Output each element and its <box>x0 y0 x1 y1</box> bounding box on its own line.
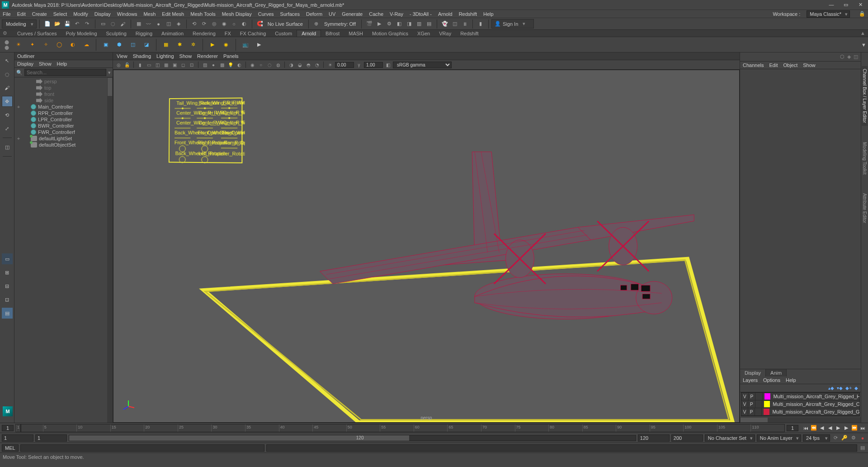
vp-xrayjoint-icon[interactable]: ◌ <box>266 61 273 68</box>
menu-3dtoall[interactable]: - 3DtoAll - <box>410 11 432 17</box>
timeline-ruler[interactable]: 1510152025303540455055606570758085909510… <box>15 424 785 432</box>
lightlink-icon[interactable]: ◨ <box>405 20 413 28</box>
layer-color-swatch[interactable] <box>764 393 771 400</box>
outliner-item[interactable]: LPR_Controller <box>14 116 113 123</box>
toggle-panel-icon[interactable]: ▮ <box>476 20 485 28</box>
lasso-tool-button[interactable]: ◌ <box>2 69 13 80</box>
outliner-item[interactable]: RPR_Controller <box>14 110 113 116</box>
layer-up-icon[interactable]: ▴◆ <box>828 386 834 391</box>
signin-button[interactable]: 👤 Sign In <box>491 19 534 29</box>
vp-lock-cam-icon[interactable]: 🔓 <box>123 61 131 68</box>
play-button[interactable]: ▶ <box>835 424 842 432</box>
shelf-tab-rigging[interactable]: Rigging <box>131 30 157 37</box>
vp-textured-icon[interactable]: ▩ <box>218 61 226 68</box>
vp-wire-icon[interactable]: ▨ <box>201 61 208 68</box>
layer-color-swatch[interactable] <box>764 409 769 415</box>
layer-addsel-icon[interactable]: ◆+ <box>845 386 852 391</box>
menu-edit[interactable]: Edit <box>17 11 26 17</box>
select-mode-icon[interactable]: ▭ <box>99 20 107 28</box>
cb-icon3[interactable]: ◫ <box>854 54 858 60</box>
ipr-icon[interactable]: ▶ <box>375 20 383 28</box>
vp-gamma-field[interactable] <box>364 62 383 68</box>
magnet-icon[interactable]: 🧲 <box>256 20 264 28</box>
arnold-export-icon[interactable]: 📺 <box>240 39 251 51</box>
layer-empty-cell[interactable] <box>755 408 762 415</box>
open-scene-icon[interactable]: 📂 <box>53 20 61 28</box>
outliner-search-input[interactable] <box>24 69 106 76</box>
cb-edit[interactable]: Edit <box>769 62 778 68</box>
vp-dof-icon[interactable]: ◔ <box>313 61 321 68</box>
construction2-icon[interactable]: ◉ <box>220 20 228 28</box>
snap-point-icon[interactable]: ● <box>155 20 163 28</box>
vp-gamma-icon[interactable]: γ <box>355 61 363 68</box>
outliner-menu-display[interactable]: Display <box>17 61 33 67</box>
menu-meshdisplay[interactable]: Mesh Display <box>222 11 252 17</box>
framefwd-button[interactable]: ▶ <box>843 424 850 432</box>
rewind-button[interactable]: ⏮ <box>802 424 809 432</box>
arnold-photometric-icon[interactable]: ✧ <box>40 39 52 51</box>
vtab-channelbox[interactable]: Channel Box / Layer Editor <box>862 66 868 126</box>
viewport-3d[interactable]: Tail_Wing_RotationBack_Wing_R_RotationBa… <box>113 70 740 423</box>
vp-menu-view[interactable]: View <box>117 53 127 59</box>
menu-create[interactable]: Create <box>32 11 47 17</box>
outliner-item[interactable]: front <box>14 91 113 97</box>
cb-object[interactable]: Object <box>783 62 797 68</box>
layout-two-button[interactable]: ⊟ <box>2 281 13 291</box>
arnold-ass-icon[interactable]: ▶ <box>253 39 265 51</box>
shelf-tab-xgen[interactable]: XGen <box>413 30 434 37</box>
layer-hscroll[interactable] <box>740 417 861 423</box>
fps-dropdown[interactable]: 24 fps <box>803 434 830 442</box>
vp-menu-show[interactable]: Show <box>179 53 192 59</box>
paint-select-icon[interactable]: 🖌 <box>119 20 127 28</box>
layer-playback-toggle[interactable]: P <box>748 400 755 408</box>
arnold-curvecollector-icon[interactable]: ⬢ <box>113 39 125 51</box>
snap-plane-icon[interactable]: ◫ <box>165 20 173 28</box>
command-input[interactable] <box>20 444 264 452</box>
hypershade-icon[interactable]: ◧ <box>395 20 403 28</box>
arnold-standin-icon[interactable]: ▣ <box>100 39 112 51</box>
vp-smooth-icon[interactable]: ● <box>210 61 217 68</box>
layout-outliner-button[interactable]: ▤ <box>2 308 13 319</box>
character-set-dropdown[interactable]: No Character Set <box>705 434 755 442</box>
snap-grid-icon[interactable]: ▦ <box>135 20 143 28</box>
shelf-tab-redshift[interactable]: Redshift <box>456 30 483 37</box>
vp-safe-icon[interactable]: ⊡ <box>188 61 195 68</box>
layer-tab-display[interactable]: Display <box>740 369 766 376</box>
outliner-item[interactable]: defaultObjectSet <box>14 142 113 148</box>
vp-bookmark-icon[interactable]: ▮ <box>137 61 144 68</box>
expand-icon[interactable]: + <box>16 136 21 141</box>
expand-icon[interactable]: + <box>16 104 21 110</box>
range-playback-end-field[interactable] <box>638 434 670 442</box>
layer-vis-toggle[interactable]: V <box>741 393 749 400</box>
save-scene-icon[interactable]: 💾 <box>63 20 71 28</box>
cb-show[interactable]: Show <box>803 62 816 68</box>
outliner-item[interactable]: BWR_Controller <box>14 123 113 129</box>
shelf-tab-curves[interactable]: Curves / Surfaces <box>13 30 61 37</box>
search-dropdown-icon[interactable]: ▾ <box>108 70 111 76</box>
pause-icon[interactable]: ⏸ <box>461 20 469 28</box>
outliner-item[interactable]: +defaultLightSet <box>14 135 113 142</box>
menu-windows[interactable]: Windows <box>117 11 137 17</box>
range-slider[interactable]: 120 <box>69 435 636 441</box>
menu-file[interactable]: File <box>3 11 11 17</box>
layer-vis-toggle[interactable]: V <box>741 400 748 408</box>
vp-imageplane-icon[interactable]: ▭ <box>145 61 152 68</box>
vp-lights-icon[interactable]: 💡 <box>227 61 234 68</box>
construction3-icon[interactable]: ○ <box>230 20 238 28</box>
arnold-proxy-icon[interactable]: ◪ <box>141 39 152 51</box>
setkey-icon[interactable]: ● <box>859 435 866 441</box>
vp-exposure-field[interactable] <box>335 62 354 68</box>
menu-mesh[interactable]: Mesh <box>143 11 156 17</box>
vp-shadows-icon[interactable]: ◐ <box>236 61 243 68</box>
vp-multisample-icon[interactable]: ◓ <box>305 61 312 68</box>
scale-tool-button[interactable]: ⤢ <box>2 123 13 134</box>
layer-menu-options[interactable]: Options <box>763 377 780 383</box>
layer-menu-help[interactable]: Help <box>786 377 796 383</box>
shelf-tab-bifrost[interactable]: Bifrost <box>321 30 344 37</box>
snap-curve-icon[interactable]: 〰 <box>145 20 153 28</box>
channelbox-body[interactable] <box>740 69 861 369</box>
range-anim-end-field[interactable] <box>671 434 703 442</box>
undo-icon[interactable]: ↶ <box>73 20 81 28</box>
menu-redshift[interactable]: Redshift <box>459 11 477 17</box>
shelf-tab-render[interactable]: Rendering <box>188 30 220 37</box>
